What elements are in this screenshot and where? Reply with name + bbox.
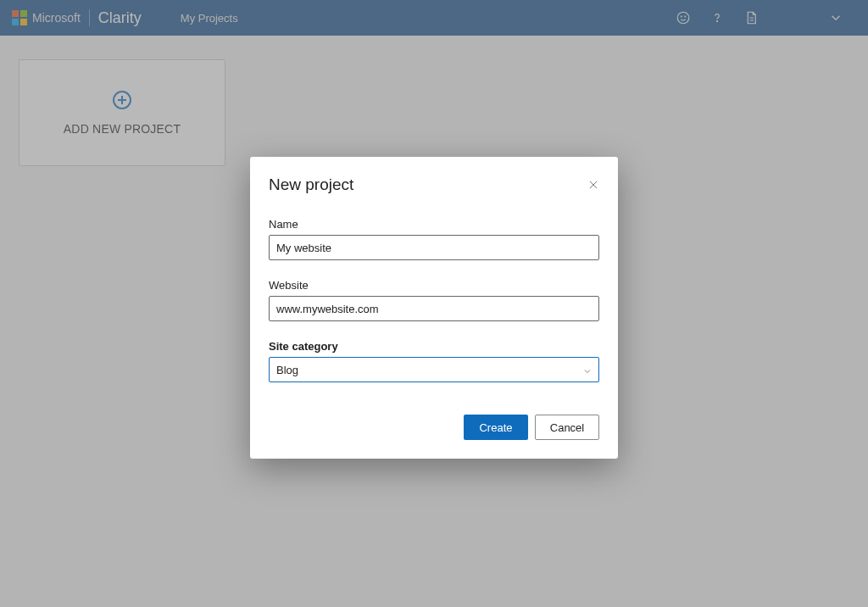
- website-label: Website: [269, 279, 599, 292]
- site-category-field-group: Site category Blog: [269, 340, 599, 382]
- create-button[interactable]: Create: [464, 415, 528, 440]
- website-input[interactable]: [269, 296, 599, 321]
- website-field-group: Website: [269, 279, 599, 321]
- dialog-title: New project: [269, 175, 353, 194]
- name-label: Name: [269, 218, 599, 231]
- close-icon[interactable]: [587, 179, 599, 191]
- cancel-button[interactable]: Cancel: [535, 415, 599, 440]
- new-project-dialog: New project Name Website Site category B…: [250, 157, 618, 459]
- name-input[interactable]: [269, 235, 599, 260]
- dialog-header: New project: [269, 175, 599, 194]
- dialog-actions: Create Cancel: [269, 415, 599, 440]
- name-field-group: Name: [269, 218, 599, 260]
- modal-overlay: New project Name Website Site category B…: [0, 0, 868, 607]
- site-category-label: Site category: [269, 340, 599, 353]
- site-category-select[interactable]: Blog: [269, 357, 599, 382]
